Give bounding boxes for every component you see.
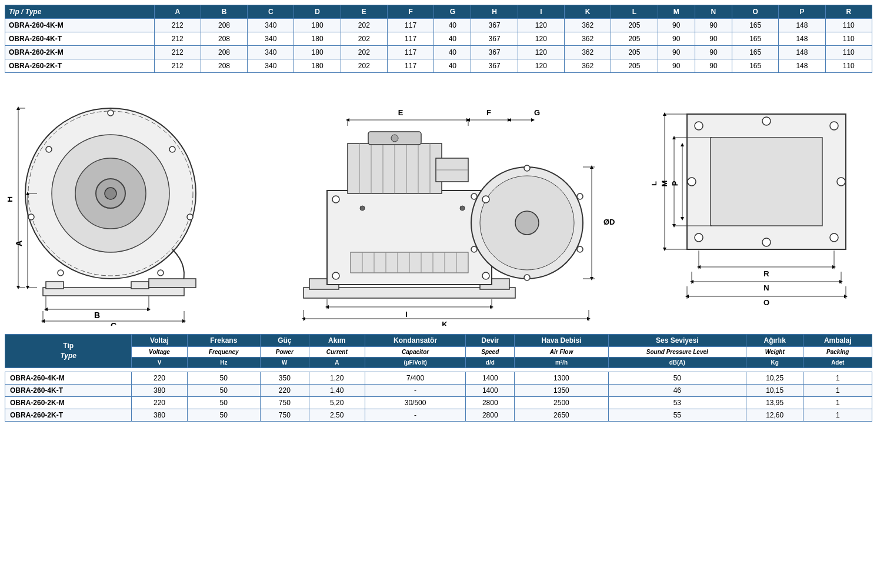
svg-rect-2 — [131, 282, 149, 289]
diagram-area: H A B C — [5, 79, 872, 326]
table-row: OBRA-260-2K-T380507502,50-280026505512,6… — [5, 409, 872, 422]
svg-point-15 — [46, 146, 52, 152]
svg-point-8 — [105, 188, 116, 199]
svg-text:G: G — [534, 108, 540, 117]
table-row: OBRA-260-4K-T212208340180202117403671203… — [5, 32, 872, 46]
svg-text:L: L — [652, 181, 658, 186]
svg-point-56 — [471, 246, 477, 252]
svg-text:I: I — [405, 310, 408, 319]
svg-text:A: A — [14, 240, 24, 246]
svg-point-73 — [460, 206, 465, 211]
table-row: OBRA-260-4K-M220503501,207/4001400130050… — [5, 372, 872, 385]
svg-text:R: R — [763, 269, 769, 278]
svg-point-13 — [58, 270, 64, 276]
svg-point-69 — [332, 272, 339, 279]
svg-point-100 — [762, 117, 771, 125]
svg-text:P: P — [671, 181, 679, 186]
svg-point-9 — [108, 110, 114, 116]
svg-point-55 — [524, 275, 530, 280]
svg-text:O: O — [763, 298, 769, 307]
svg-point-11 — [187, 214, 193, 220]
table-row: OBRA-260-2K-M220507505,2030/500280025005… — [5, 397, 872, 409]
svg-point-97 — [830, 122, 838, 130]
svg-point-102 — [688, 178, 696, 186]
svg-point-12 — [158, 270, 164, 276]
table-row: OBRA-260-4K-T380502201,40-140013504610,1… — [5, 385, 872, 397]
svg-text:H: H — [8, 196, 14, 202]
svg-text:K: K — [442, 320, 448, 326]
svg-text:M: M — [660, 181, 669, 187]
svg-point-51 — [515, 211, 539, 235]
svg-point-52 — [524, 165, 530, 171]
svg-point-70 — [482, 196, 489, 203]
table-row: OBRA-260-4K-M212208340180202117403671203… — [5, 19, 872, 32]
svg-rect-95 — [711, 138, 822, 226]
svg-point-53 — [577, 193, 583, 199]
svg-text:E: E — [398, 108, 403, 117]
svg-text:N: N — [763, 283, 769, 292]
svg-point-72 — [360, 206, 365, 211]
dimensions-table: Tip / TypeABCDEFGHIKLMNOPR OBRA-260-4K-M… — [5, 5, 872, 73]
blower-front-view: ØD E F G I K — [233, 79, 621, 326]
svg-rect-1 — [46, 282, 64, 289]
svg-text:C: C — [111, 321, 116, 326]
svg-point-99 — [830, 233, 838, 242]
blower-side-view: H A B C — [8, 79, 202, 326]
svg-point-96 — [695, 122, 703, 130]
separator-row — [5, 368, 872, 372]
svg-point-14 — [28, 214, 34, 220]
diagram-left: H A B C — [5, 79, 205, 326]
svg-point-10 — [169, 146, 175, 152]
svg-point-54 — [577, 246, 583, 252]
svg-rect-16 — [149, 279, 196, 288]
svg-rect-0 — [43, 288, 184, 296]
svg-point-101 — [762, 238, 771, 246]
svg-point-71 — [482, 272, 489, 279]
svg-point-103 — [837, 178, 845, 186]
table-row: OBRA-260-2K-T212208340180202117403671203… — [5, 59, 872, 73]
flange-detail: L M P R N O — [652, 79, 869, 326]
svg-text:F: F — [486, 108, 491, 117]
diagram-right: L M P R N O — [649, 79, 872, 326]
svg-text:ØD: ØD — [603, 218, 615, 226]
table-row: OBRA-260-2K-M212208340180202117403671203… — [5, 46, 872, 59]
svg-point-98 — [695, 233, 703, 242]
svg-point-46 — [391, 135, 398, 142]
svg-point-68 — [332, 196, 339, 203]
svg-point-57 — [471, 193, 477, 199]
performance-table: TipTypeVoltajFrekansGüçAkımKondansatörDe… — [5, 334, 872, 422]
svg-text:B: B — [94, 310, 100, 320]
diagram-mid: ØD E F G I K — [227, 79, 627, 326]
